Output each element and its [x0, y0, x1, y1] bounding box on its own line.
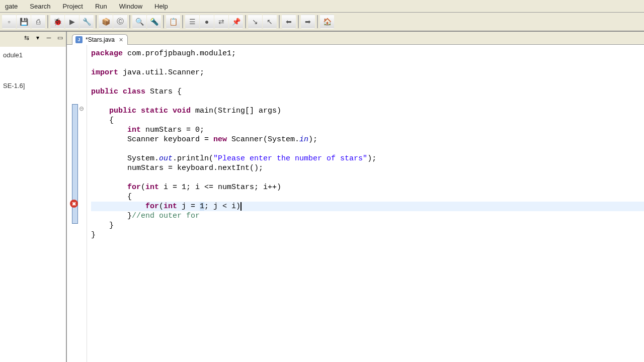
code-text: public — [91, 87, 118, 96]
open-type-icon[interactable]: 🔍 — [132, 15, 146, 29]
separator — [245, 15, 246, 28]
code-text: Scanner keyboard = — [91, 135, 213, 144]
separator — [163, 15, 164, 28]
menu-run[interactable]: Run — [92, 2, 110, 11]
code-text: for — [91, 202, 159, 211]
fold-toggle-icon[interactable]: ⊖ — [79, 105, 84, 112]
code-text: ( — [141, 183, 145, 192]
code-text: Scanner(System. — [227, 135, 299, 144]
code-text: com.profjpbaugh.module1; — [123, 49, 236, 58]
forward-icon[interactable]: ➡ — [301, 15, 315, 29]
separator — [96, 15, 97, 28]
code-text: { — [91, 116, 114, 125]
code-text: public — [91, 107, 136, 115]
menu-navigate[interactable]: gate — [2, 2, 21, 11]
code-text: System. — [91, 154, 159, 163]
code-text: main(String[] args) — [191, 107, 281, 115]
java-file-icon: J — [75, 36, 83, 43]
external-tools-icon[interactable]: 🔧 — [79, 15, 94, 29]
code-text: .println( — [173, 154, 213, 163]
code-text: int — [164, 202, 177, 211]
code-text: } — [91, 221, 114, 230]
menu-bar: gate Search Project Run Window Help — [0, 0, 644, 13]
code-text: ; j < i) — [204, 202, 240, 211]
code-text: Stars { — [145, 87, 182, 96]
code-text: numStars = 0; — [141, 126, 204, 134]
toolbar: ▫ 💾 ⎙ 🐞 ▶ 🔧 📦 Ⓒ 🔍 🔦 📋 ☰ ● ⇄ 📌 ↘ ↖ ⬅ ➡ 🏠 — [0, 13, 644, 32]
view-menu-icon[interactable]: ▾ — [34, 34, 42, 42]
work-area: ⇆ ▾ ─ ▭ odule1 SE-1.6] J *Stars.java ✕ ⊖… — [0, 32, 644, 362]
task-icon[interactable]: 📋 — [166, 15, 180, 29]
code-text: } — [91, 212, 132, 220]
error-marker-icon[interactable]: ✖ — [70, 200, 78, 208]
code-text: "Please enter the number of stars" — [213, 154, 367, 163]
code-text: numStars = keyboard.nextInt(); — [91, 164, 263, 172]
package-explorer: ⇆ ▾ ─ ▭ odule1 SE-1.6] — [0, 32, 67, 362]
menu-search[interactable]: Search — [27, 2, 53, 11]
code-text: package — [91, 49, 123, 58]
run-icon[interactable]: ▶ — [65, 15, 79, 29]
menu-project[interactable]: Project — [60, 2, 86, 11]
tab-bar: J *Stars.java ✕ — [67, 32, 644, 45]
menu-window[interactable]: Window — [116, 2, 145, 11]
close-icon[interactable]: ✕ — [119, 37, 123, 43]
menu-help[interactable]: Help — [151, 2, 171, 11]
code-text: i = 1; i <= numStars; i++) — [159, 183, 281, 192]
code-text: in — [299, 135, 308, 144]
back-icon[interactable]: ⬅ — [282, 15, 296, 29]
text-caret — [240, 202, 242, 211]
code-text: } — [91, 231, 96, 239]
code-text: java.util.Scanner; — [118, 68, 204, 77]
code-text: j = — [177, 202, 200, 211]
link-icon[interactable]: ⇆ — [23, 34, 31, 42]
code-text: static — [136, 107, 168, 115]
code-text: ( — [159, 202, 164, 211]
code-text: class — [118, 87, 145, 96]
code-text: out — [159, 154, 173, 163]
code-text: void — [168, 107, 191, 115]
code-text: int — [145, 183, 159, 192]
debug-icon[interactable]: 🐞 — [50, 15, 64, 29]
breakpoints-icon[interactable]: ● — [200, 15, 214, 29]
editor-area: J *Stars.java ✕ ⊖ ✖ package com.profjpba… — [67, 32, 644, 362]
new-class-icon[interactable]: Ⓒ — [113, 15, 127, 29]
code-text: new — [213, 135, 227, 144]
separator — [317, 15, 318, 28]
separator — [182, 15, 183, 28]
code-text: for — [91, 183, 141, 192]
new-icon[interactable]: ▫ — [2, 15, 16, 29]
prev-annotation-icon[interactable]: ↖ — [263, 15, 277, 29]
separator — [298, 15, 299, 28]
save-icon[interactable]: 💾 — [17, 15, 31, 29]
editor-body: ⊖ ✖ package com.profjpbaugh.module1; imp… — [67, 45, 644, 362]
code-editor[interactable]: package com.profjpbaugh.module1; import … — [87, 45, 644, 362]
code-text: ); — [367, 154, 376, 163]
print-icon[interactable]: ⎙ — [31, 15, 45, 29]
minimize-icon[interactable]: ─ — [45, 34, 53, 42]
sidebar-header: ⇆ ▾ ─ ▭ — [0, 32, 66, 47]
code-text: //end outer for — [132, 212, 200, 220]
new-package-icon[interactable]: 📦 — [99, 15, 113, 29]
separator — [47, 15, 48, 28]
toggle-icon[interactable]: ⇄ — [214, 15, 228, 29]
code-text: { — [91, 193, 132, 201]
search-icon[interactable]: 🔦 — [147, 15, 161, 29]
pin-icon[interactable]: 📌 — [229, 15, 243, 29]
tab-stars-java[interactable]: J *Stars.java ✕ — [72, 34, 128, 45]
code-text: ); — [308, 135, 317, 144]
separator — [129, 15, 130, 28]
package-tree[interactable]: odule1 SE-1.6] — [0, 47, 66, 94]
code-text: int — [91, 126, 141, 134]
next-annotation-icon[interactable]: ↘ — [248, 15, 262, 29]
home-icon[interactable]: 🏠 — [320, 15, 334, 29]
maximize-icon[interactable]: ▭ — [56, 34, 64, 42]
code-text: 1 — [200, 202, 204, 211]
separator — [279, 15, 280, 28]
tree-item-jre[interactable]: SE-1.6] — [2, 80, 64, 91]
code-text: import — [91, 68, 118, 77]
outline-icon[interactable]: ☰ — [185, 15, 199, 29]
tree-item-module[interactable]: odule1 — [2, 50, 64, 60]
tab-label: *Stars.java — [86, 36, 115, 43]
gutter[interactable]: ⊖ ✖ — [67, 45, 87, 362]
